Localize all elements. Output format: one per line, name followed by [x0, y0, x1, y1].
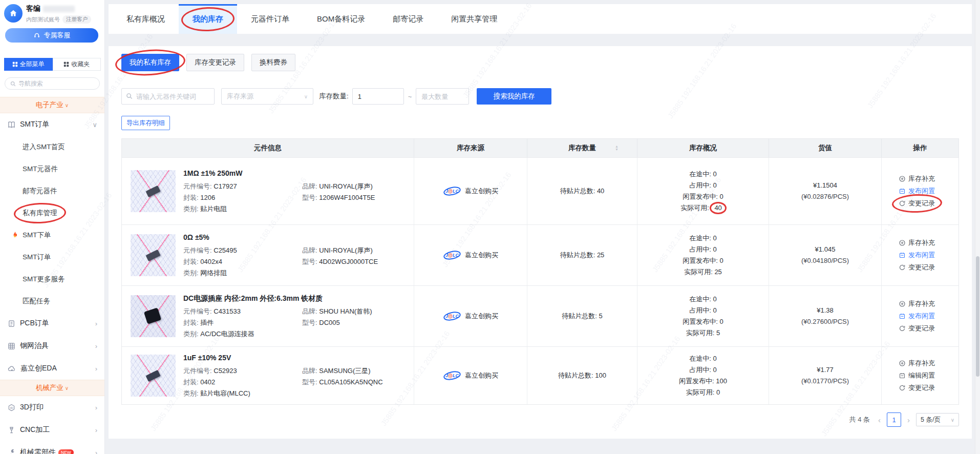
change-records-link[interactable]: 变更记录 [899, 382, 935, 394]
menu-item-smt-home[interactable]: 进入SMT首页 [0, 136, 104, 158]
component-image [131, 234, 176, 276]
page-size-select[interactable]: 5 条/页 ∨ [916, 413, 959, 426]
subtab-my-private-inventory[interactable]: 我的私有库存 [121, 54, 179, 71]
menu-item-smt-orders[interactable]: SMT订单 ∨ [0, 113, 104, 136]
search-inventory-button[interactable]: 搜索我的库存 [477, 88, 551, 105]
new-badge: NEW [58, 449, 74, 454]
tab-idle-sharing[interactable]: 闲置共享管理 [437, 4, 511, 34]
avatar[interactable] [4, 4, 23, 23]
chevron-right-icon: › [95, 342, 97, 350]
history-icon [899, 200, 905, 207]
next-page-icon[interactable]: › [906, 416, 911, 424]
component-chip [145, 370, 160, 382]
chevron-down-icon: ∨ [304, 94, 308, 99]
tab-component-orders[interactable]: 元器件订单 [237, 4, 303, 34]
headset-icon [33, 32, 40, 39]
tab-my-inventory[interactable]: 我的库存 [179, 4, 237, 34]
component-brand: UNI-ROYAL(厚声) [319, 246, 372, 254]
component-brand: SAMSUNG(三星) [319, 367, 370, 375]
keyword-search-input[interactable] [121, 88, 215, 105]
menu-item-3d-printing[interactable]: 3D 3D打印 › [0, 396, 104, 419]
value-cell: ¥1.38 (¥0.27600/PCS) [769, 286, 882, 346]
publish-idle-link[interactable]: 发布闲置 [899, 185, 935, 197]
jlc-logo-icon: J@LC [443, 370, 461, 381]
pending-smt-total: 100 [595, 372, 606, 379]
quantity-min-input[interactable] [352, 88, 404, 105]
component-code: C17927 [214, 182, 237, 190]
replenish-stock-link[interactable]: 库存补充 [899, 173, 935, 185]
customer-service-button[interactable]: 专属客服 [5, 28, 98, 43]
menu-item-private-library[interactable]: 私有库管理 [0, 202, 104, 224]
red-circle-annotation: 我的库存 [193, 14, 223, 24]
replenish-stock-link[interactable]: 库存补充 [899, 237, 935, 249]
nav-search-input[interactable]: 导航搜索 [5, 77, 100, 90]
top-tab-bar: 私有库概况 我的库存 元器件订单 BOM备料记录 邮寄记录 闲置共享管理 [109, 4, 972, 34]
change-records-link[interactable]: 变更记录 [899, 322, 935, 335]
plus-circle-icon [899, 360, 905, 366]
scrollbar-thumb[interactable] [976, 256, 979, 377]
grid-icon [12, 61, 18, 67]
publish-icon [899, 252, 905, 258]
cube-3d-icon: 3D [8, 404, 15, 411]
tab-private-library-overview[interactable]: 私有库概况 [113, 4, 179, 34]
component-brand: UNI-ROYAL(厚声) [319, 182, 372, 190]
col-inventory-source: 库存来源 [414, 139, 527, 157]
menu-item-mail-components[interactable]: 邮寄元器件 [0, 180, 104, 202]
inventory-source-select[interactable]: 库存来源 ∨ [221, 88, 313, 105]
svg-text:J@LC: J@LC [445, 314, 459, 319]
tab-bom-records[interactable]: BOM备料记录 [303, 4, 379, 34]
home-icon [9, 9, 18, 18]
chevron-down-icon: ∨ [65, 385, 69, 391]
svg-text:J@LC: J@LC [445, 253, 459, 258]
prev-page-icon[interactable]: ‹ [877, 416, 882, 424]
publish-idle-link[interactable]: 发布闲置 [899, 310, 935, 322]
export-inventory-button[interactable]: 导出库存明细 [121, 116, 170, 130]
edit-idle-link[interactable]: 编辑闲置 [899, 369, 935, 382]
menu-item-smt-order-list[interactable]: SMT订单 [0, 246, 104, 268]
component-code: C25495 [214, 246, 237, 254]
inventory-table: 元件信息 库存来源 库存数量 ▲▼ 库存概况 货值 操作 1MΩ ±1% 250… [121, 138, 959, 405]
component-code: C52923 [214, 367, 237, 375]
pending-smt-total: 25 [597, 251, 604, 259]
value-cell: ¥1.1504 (¥0.02876/PCS) [769, 158, 882, 224]
table-header: 元件信息 库存来源 库存数量 ▲▼ 库存概况 货值 操作 [122, 139, 958, 157]
menu-group-electronics[interactable]: 电子产业∨ [0, 97, 104, 113]
app-window: J5885 192.168.16.21 2023-02-16J5885 192.… [0, 0, 980, 454]
menu-item-cnc[interactable]: CNC加工 › [0, 419, 104, 441]
menu-item-pcb-orders[interactable]: PCB订单 › [0, 312, 104, 335]
plus-circle-icon [899, 176, 905, 182]
tab-all-menu[interactable]: 全部菜单 [4, 58, 53, 71]
change-records-link[interactable]: 变更记录 [899, 261, 935, 274]
menu-item-smt-place-order[interactable]: SMT下单 [0, 224, 104, 246]
component-category: AC/DC电源连接器 [200, 330, 254, 338]
menu-group-mechanical[interactable]: 机械产业∨ [0, 380, 104, 396]
tab-mailing-records[interactable]: 邮寄记录 [379, 4, 437, 34]
publish-idle-link[interactable]: 发布闲置 [899, 249, 935, 261]
publish-icon [899, 373, 905, 379]
menu-item-matching-tasks[interactable]: 匹配任务 [0, 290, 104, 312]
page-number[interactable]: 1 [887, 412, 901, 427]
chevron-down-icon: ∨ [92, 121, 97, 129]
plus-circle-icon [899, 301, 905, 307]
menu-item-mechanical-parts[interactable]: 机械零部件 NEW › [0, 441, 104, 454]
component-image [131, 355, 176, 397]
menu-item-smt-more-services[interactable]: SMT更多服务 [0, 268, 104, 290]
component-package: 0402 [200, 378, 215, 386]
tab-favorites[interactable]: 收藏夹 [53, 58, 101, 71]
menu-item-jlc-eda[interactable]: 嘉立创EDA › [0, 357, 104, 380]
component-title: 0Ω ±5% [183, 232, 378, 242]
quantity-max-input[interactable] [416, 88, 469, 105]
menu-item-smt-components[interactable]: SMT元器件 [0, 158, 104, 180]
subtab-inventory-change-records[interactable]: 库存变更记录 [186, 54, 244, 71]
stencil-grid-icon [8, 342, 15, 350]
replenish-stock-link[interactable]: 库存补充 [899, 357, 935, 369]
component-category: 贴片电容(MLCC) [200, 389, 250, 397]
grid-icon [63, 61, 69, 67]
subtab-material-coupons[interactable]: 换料费券 [251, 54, 295, 71]
change-records-link[interactable]: 变更记录 [899, 197, 935, 210]
menu-item-stencil[interactable]: 钢网治具 › [0, 335, 104, 357]
overview-cell: 在途中: 0 占用中: 0 闲置发布中: 0 实际可用: 5 [637, 286, 769, 346]
red-circle-annotation: 40 [710, 202, 726, 214]
replenish-stock-link[interactable]: 库存补充 [899, 298, 935, 310]
sort-icon[interactable]: ▲▼ [615, 145, 619, 151]
